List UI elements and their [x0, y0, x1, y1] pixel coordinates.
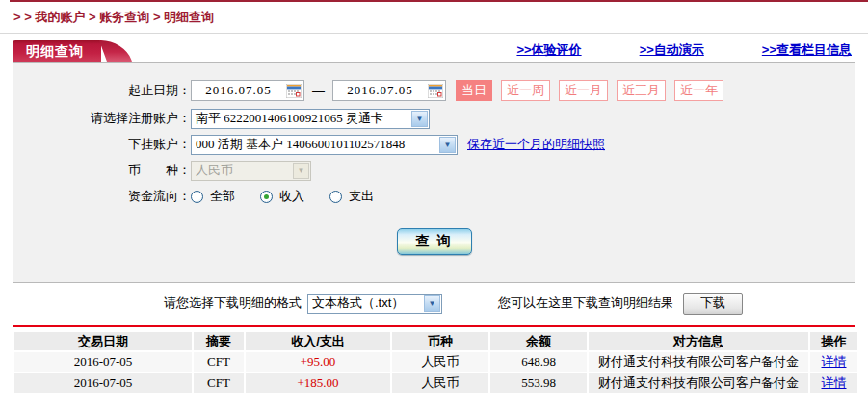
- currency-row: 币 种： 人民币 ▼: [13, 160, 855, 181]
- cell-amount: +185.00: [246, 373, 390, 393]
- calendar-icon[interactable]: [427, 82, 444, 99]
- header-links: >>体验评价 >>自动演示 >>查看栏目信息: [516, 41, 855, 62]
- breadcrumb-item-account-query[interactable]: 账务查询: [99, 10, 149, 24]
- radio-icon[interactable]: [191, 191, 203, 203]
- cell-currency: 人民币: [392, 373, 488, 393]
- quick-week-button[interactable]: 近一周: [501, 80, 550, 101]
- flow-radio-all[interactable]: 全部: [191, 188, 235, 205]
- detail-link[interactable]: 详情: [822, 375, 847, 390]
- sub-account-label: 下挂账户：: [13, 136, 191, 153]
- quick-month-button[interactable]: 近一月: [559, 80, 608, 101]
- cell-currency: 人民币: [392, 352, 488, 372]
- quick-today-button[interactable]: 当日: [456, 80, 492, 101]
- col-header-counterparty: 对方信息: [589, 332, 808, 350]
- save-snapshot-link[interactable]: 保存近一个月的明细快照: [467, 136, 605, 153]
- download-row: 请您选择下载明细的格式 文本格式（.txt） ▼ 您可以在这里下载查询明细结果 …: [164, 292, 868, 315]
- transaction-table: 交易日期 摘要 收入/支出 币种 余额 对方信息 操作 2016-07-05 C…: [13, 330, 859, 395]
- cell-amount: +95.00: [246, 352, 390, 372]
- quick-quarter-button[interactable]: 近三月: [617, 80, 666, 101]
- cell-counterparty: 财付通支付科技有限公司客户备付金: [589, 373, 808, 393]
- date-range-label: 起止日期：: [13, 82, 191, 99]
- col-header-action: 操作: [810, 332, 857, 350]
- date-to-input[interactable]: 2016.07.05: [332, 80, 446, 101]
- download-format-select[interactable]: 文本格式（.txt） ▼: [307, 294, 442, 314]
- flow-radio-expense[interactable]: 支出: [329, 188, 374, 205]
- breadcrumb-separator: >: [153, 10, 161, 24]
- date-range-row: 起止日期： 2016.07.05 — 2016.07.05: [13, 78, 855, 103]
- sub-account-value: 000 活期 基本户 1406600101102571848: [192, 136, 438, 153]
- sub-account-select[interactable]: 000 活期 基本户 1406600101102571848 ▼: [191, 135, 458, 155]
- flow-radio-income[interactable]: 收入: [260, 188, 304, 205]
- breadcrumb-prefix: > >: [13, 10, 32, 24]
- breadcrumb-item-my-account[interactable]: 我的账户: [35, 10, 85, 24]
- date-to-value: 2016.07.05: [333, 83, 427, 98]
- registered-account-select[interactable]: 南平 6222001406100921065 灵通卡 ▼: [191, 109, 430, 129]
- col-header-date: 交易日期: [14, 332, 192, 350]
- flow-radio-expense-label: 支出: [349, 188, 374, 205]
- chevron-down-icon: ▼: [424, 295, 440, 312]
- link-auto-demo[interactable]: >>自动演示: [640, 41, 704, 59]
- link-view-column-info[interactable]: >>查看栏目信息: [762, 41, 852, 59]
- quick-range-buttons: 当日 近一周 近一月 近三月 近一年: [456, 80, 723, 101]
- cell-balance: 648.98: [490, 352, 587, 372]
- currency-label: 币 种：: [13, 162, 191, 179]
- breadcrumb: > > 我的账户 > 账务查询 > 明细查询: [13, 9, 868, 26]
- table-top-divider: [13, 325, 855, 327]
- flow-direction-row: 资金流向： 全部 收入 支出: [13, 186, 855, 207]
- cell-summary: CFT: [194, 373, 244, 393]
- currency-select: 人民币 ▼: [191, 161, 311, 181]
- quick-year-button[interactable]: 近一年: [674, 80, 723, 101]
- registered-account-value: 南平 6222001406100921065 灵通卡: [192, 110, 410, 127]
- link-experience-rating[interactable]: >>体验评价: [516, 41, 581, 59]
- flow-direction-label: 资金流向：: [13, 188, 191, 205]
- chevron-down-icon: ▼: [439, 137, 456, 153]
- cell-summary: CFT: [194, 352, 244, 372]
- date-range-dash: —: [312, 84, 325, 98]
- detail-link[interactable]: 详情: [822, 354, 847, 369]
- col-header-currency: 币种: [392, 332, 488, 350]
- tab-detail-query[interactable]: 明细查询: [13, 40, 101, 62]
- chevron-down-icon: ▼: [411, 111, 428, 127]
- date-from-value: 2016.07.05: [192, 83, 285, 98]
- download-format-label: 请您选择下载明细的格式: [164, 295, 302, 312]
- col-header-summary: 摘要: [194, 332, 244, 350]
- radio-checked-icon[interactable]: [260, 191, 273, 203]
- flow-radio-all-label: 全部: [210, 188, 235, 205]
- top-border: [10, 0, 868, 2]
- download-button[interactable]: 下载: [683, 293, 743, 315]
- cell-date: 2016-07-05: [14, 373, 192, 393]
- breadcrumb-item-detail-query: 明细查询: [164, 10, 214, 24]
- cell-date: 2016-07-05: [14, 352, 192, 372]
- chevron-down-icon: ▼: [293, 163, 309, 179]
- flow-radio-income-label: 收入: [279, 188, 304, 205]
- table-row: 2016-07-05 CFT +95.00 人民币 648.98 财付通支付科技…: [14, 352, 857, 372]
- cell-balance: 553.98: [490, 373, 587, 393]
- table-header-row: 交易日期 摘要 收入/支出 币种 余额 对方信息 操作: [14, 332, 857, 350]
- registered-account-row: 请选择注册账户： 南平 6222001406100921065 灵通卡 ▼: [13, 108, 855, 129]
- table-row: 2016-07-05 CFT +185.00 人民币 553.98 财付通支付科…: [14, 373, 857, 393]
- calendar-icon[interactable]: [285, 82, 302, 99]
- currency-value: 人民币: [192, 162, 292, 179]
- col-header-balance: 余额: [490, 332, 587, 350]
- col-header-amount: 收入/支出: [246, 332, 390, 350]
- download-format-value: 文本格式（.txt）: [308, 295, 423, 312]
- cell-counterparty: 财付通支付科技有限公司客户备付金: [589, 352, 808, 372]
- download-hint: 您可以在这里下载查询明细结果: [498, 295, 673, 312]
- breadcrumb-separator: >: [89, 10, 96, 24]
- sub-account-row: 下挂账户： 000 活期 基本户 1406600101102571848 ▼ 保…: [13, 134, 855, 155]
- query-form-panel: 起止日期： 2016.07.05 — 2016.07.05: [13, 62, 855, 283]
- query-button[interactable]: 查 询: [397, 228, 472, 255]
- breadcrumb-divider: [0, 33, 868, 34]
- date-from-input[interactable]: 2016.07.05: [191, 80, 304, 101]
- radio-icon[interactable]: [329, 191, 342, 203]
- registered-account-label: 请选择注册账户：: [13, 110, 191, 127]
- tab-bar: 明细查询 >>体验评价 >>自动演示 >>查看栏目信息: [13, 40, 855, 62]
